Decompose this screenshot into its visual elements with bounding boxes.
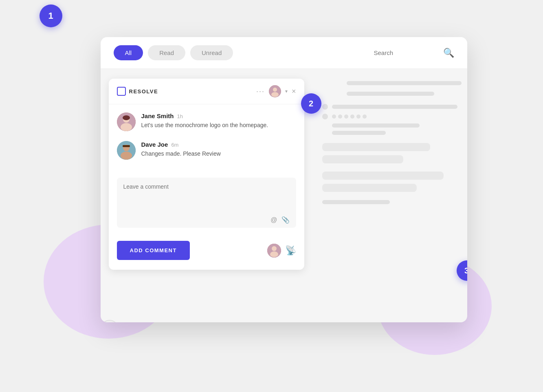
dialog-header: RESOLVE ··· ▾ [109,79,304,104]
skeleton-line [322,200,390,204]
mention-button[interactable]: @ [270,216,277,224]
skeleton-icon [322,104,328,110]
comment-text-dave: Changes made. Please Review [141,150,221,158]
filter-read-button[interactable]: Read [148,45,185,60]
skeleton-dot [332,115,336,119]
svg-point-12 [272,246,277,251]
header-avatar [269,85,281,97]
comment-time-jane: 1h [177,113,183,119]
resolve-brand-text: RESOLVE [129,88,158,95]
skeleton-card [322,143,431,151]
badge-3: 3 [457,260,467,281]
comment-input-area: @ 📎 [117,178,296,228]
skeleton-card [322,184,417,192]
notify-icon[interactable]: 📡 [285,245,296,256]
svg-rect-10 [123,145,130,147]
content-area: RESOLVE ··· ▾ [101,69,467,322]
input-icons: @ 📎 [123,216,290,224]
skeleton-line [332,131,386,135]
comment-body-jane: Jane Smith 1h Let's use the monochrome l… [141,112,268,131]
dialog-footer: ADD COMMENT 📡 [109,234,304,270]
skeleton-icon [322,114,328,119]
skeleton-dot [344,115,348,119]
svg-point-1 [273,88,277,92]
footer-avatar [267,244,281,258]
badge-1: 1 [40,4,62,27]
svg-point-13 [270,251,278,257]
search-area: 🔍 [374,48,454,58]
skeleton-dot [350,115,354,119]
chevron-down-icon[interactable]: ▾ [285,88,288,94]
filter-unread-button[interactable]: Unread [190,45,233,60]
browser-window: All Read Unread 🔍 RESOLVE [101,37,467,322]
attach-button[interactable]: 📎 [281,216,290,224]
skeleton-line [347,81,462,85]
skeleton-line [332,123,420,128]
dave-avatar-image [117,141,136,160]
comment-item: Jane Smith 1h Let's use the monochrome l… [117,112,296,131]
top-bar: All Read Unread 🔍 [101,37,467,69]
skeleton-dot [363,115,367,119]
search-input[interactable] [374,49,439,56]
comment-meta-dave: Dave Joe 6m [141,141,221,148]
share-button[interactable]: ↪ [101,320,119,322]
comment-item: Dave Joe 6m Changes made. Please Review [117,141,296,160]
comment-textarea[interactable] [123,183,290,212]
right-panel: 2 3 [312,69,467,322]
search-icon[interactable]: 🔍 [443,48,454,58]
close-button[interactable]: × [292,87,296,96]
skeleton-card [322,172,444,180]
skeleton-row [322,104,457,110]
comments-list: Jane Smith 1h Let's use the monochrome l… [109,104,304,178]
comment-author-jane: Jane Smith [141,112,174,119]
footer-icons: 📡 [267,244,296,258]
comment-meta-jane: Jane Smith 1h [141,112,268,119]
avatar-jane [117,112,136,131]
dialog-actions: ··· ▾ × [256,85,296,97]
filter-all-button[interactable]: All [114,45,143,60]
comment-dialog: RESOLVE ··· ▾ [109,79,304,270]
resolve-brand: RESOLVE [117,87,158,96]
more-options-button[interactable]: ··· [256,87,265,96]
resolve-logo-icon [117,87,126,96]
skeleton-dot [356,115,361,119]
avatar-dave [117,141,136,160]
footer-avatar-image [267,244,281,258]
right-skeleton-content [322,77,457,204]
header-avatar-image [269,85,281,97]
skeleton-line [332,105,457,109]
svg-point-6 [123,115,130,120]
comment-time-dave: 6m [171,142,178,148]
jane-avatar-image [117,112,136,131]
comment-author-dave: Dave Joe [141,141,168,148]
comment-body-dave: Dave Joe 6m Changes made. Please Review [141,141,221,160]
skeleton-row [322,114,457,119]
badge-2: 2 [301,93,321,114]
svg-point-2 [271,92,279,97]
skeleton-bottom [322,200,457,204]
left-panel: RESOLVE ··· ▾ [101,69,312,322]
svg-point-5 [121,123,132,131]
skeleton-card [322,155,403,163]
svg-point-9 [121,152,132,160]
skeleton-dot [338,115,342,119]
comment-text-jane: Let's use the monochrome logo on the hom… [141,121,268,130]
add-comment-button[interactable]: ADD COMMENT [117,241,190,260]
skeleton-line [347,92,435,96]
skeleton-dots [332,115,367,119]
